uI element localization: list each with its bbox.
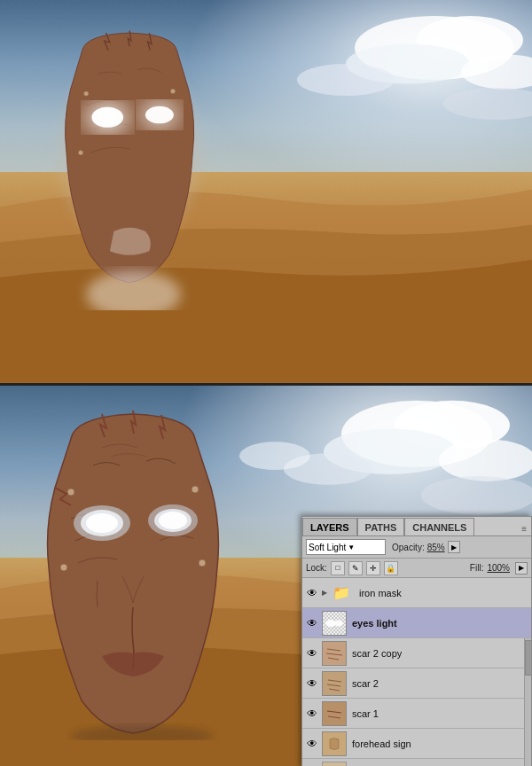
opacity-label: Opacity: xyxy=(392,543,425,552)
lock-position-button[interactable]: ✛ xyxy=(366,561,380,575)
face-bottom xyxy=(18,403,266,731)
svg-point-12 xyxy=(84,91,89,96)
layer-thumbnail xyxy=(322,731,347,756)
lock-row: Lock: □ ✎ ✛ 🔒 Fill: 100% ▶ xyxy=(302,559,531,578)
svg-point-18 xyxy=(439,439,532,481)
layer-visibility-icon[interactable]: 👁 xyxy=(304,736,320,752)
scrollbar-thumb[interactable] xyxy=(525,640,531,676)
layer-row[interactable]: 👁 scar 2 xyxy=(302,668,531,699)
bottom-canvas: LAYERS PATHS CHANNELS ≡ Soft Light ▼ Opa… xyxy=(0,386,532,766)
expand-icon[interactable]: ▶ xyxy=(322,589,327,597)
layer-thumbnail: 📁 xyxy=(329,581,354,606)
layer-visibility-icon[interactable]: 👁 xyxy=(304,645,320,661)
layers-list[interactable]: 👁 ▶ 📁 iron mask 👁 xyxy=(302,578,531,766)
layer-visibility-icon[interactable]: 👁 xyxy=(304,585,320,601)
svg-point-13 xyxy=(170,89,175,93)
tab-channels[interactable]: CHANNELS xyxy=(404,518,474,535)
blend-mode-row: Soft Light ▼ Opacity: 85% ▶ xyxy=(302,536,531,559)
svg-point-5 xyxy=(443,88,532,120)
lock-pixels-button[interactable]: ✎ xyxy=(348,561,363,575)
fill-arrow-button[interactable]: ▶ xyxy=(515,562,528,574)
layer-name: iron mask xyxy=(356,588,402,598)
svg-rect-51 xyxy=(323,762,346,767)
svg-rect-39 xyxy=(323,642,346,665)
layer-thumbnail xyxy=(322,611,347,636)
fill-label: Fill: xyxy=(470,563,484,573)
svg-point-30 xyxy=(60,564,67,571)
layer-row[interactable]: 👁 scar 1 xyxy=(302,699,531,729)
opacity-arrow-button[interactable]: ▶ xyxy=(448,541,460,553)
svg-point-8 xyxy=(91,107,123,128)
layer-thumbnail xyxy=(322,641,347,666)
blend-mode-select[interactable]: Soft Light ▼ xyxy=(306,539,386,555)
blend-mode-arrow-icon: ▼ xyxy=(348,543,355,551)
layer-thumbnail xyxy=(322,671,347,696)
svg-point-10 xyxy=(145,106,174,124)
svg-point-11 xyxy=(86,271,181,310)
layer-row[interactable]: 👁 ▶ 📁 iron mask xyxy=(302,578,531,608)
layer-visibility-icon[interactable]: 👁 xyxy=(304,676,320,692)
panel-menu-button[interactable]: ≡ xyxy=(517,522,531,535)
layer-name: scar 2 copy xyxy=(348,648,402,659)
face-top xyxy=(35,27,239,310)
svg-point-4 xyxy=(297,64,395,96)
layer-thumbnail xyxy=(322,762,347,767)
layer-row[interactable]: 👁 eye xyxy=(302,608,531,638)
svg-point-24 xyxy=(86,513,118,533)
layer-name: forehead sign xyxy=(348,739,411,749)
layers-tabs: LAYERS PATHS CHANNELS ≡ xyxy=(302,517,531,536)
svg-point-28 xyxy=(67,489,74,496)
layer-row[interactable]: 👁 forehead sign xyxy=(302,729,531,759)
blend-mode-value: Soft Light xyxy=(309,543,346,552)
layer-visibility-icon[interactable]: 👁 xyxy=(304,615,320,631)
fill-value[interactable]: 100% xyxy=(487,563,510,573)
opacity-value[interactable]: 85% xyxy=(427,543,445,552)
svg-rect-47 xyxy=(323,702,346,725)
layer-thumbnail xyxy=(322,701,347,726)
svg-point-32 xyxy=(71,725,213,740)
lock-transparent-button[interactable]: □ xyxy=(331,561,345,575)
lock-label: Lock: xyxy=(306,563,327,573)
svg-point-29 xyxy=(192,486,199,493)
lock-all-button[interactable]: 🔒 xyxy=(384,561,398,575)
svg-rect-43 xyxy=(323,672,346,695)
layer-row[interactable]: 👁 scar 2 copy xyxy=(302,638,531,668)
svg-point-27 xyxy=(159,512,187,529)
layer-name: scar 2 xyxy=(348,678,379,689)
layers-panel: LAYERS PATHS CHANNELS ≡ Soft Light ▼ Opa… xyxy=(301,516,532,766)
svg-point-38 xyxy=(334,620,343,626)
layer-name: eyes light xyxy=(348,618,397,629)
layers-scrollbar[interactable] xyxy=(524,638,531,766)
svg-point-20 xyxy=(421,476,532,515)
svg-point-14 xyxy=(78,151,82,155)
layer-row[interactable]: 👁 forehead light xyxy=(302,759,531,766)
layer-visibility-icon[interactable]: 👁 xyxy=(304,706,320,722)
tab-paths[interactable]: PATHS xyxy=(357,518,405,535)
svg-point-31 xyxy=(199,559,206,567)
tab-layers[interactable]: LAYERS xyxy=(302,518,357,535)
layer-name: scar 1 xyxy=(348,708,379,719)
top-canvas xyxy=(0,0,532,383)
